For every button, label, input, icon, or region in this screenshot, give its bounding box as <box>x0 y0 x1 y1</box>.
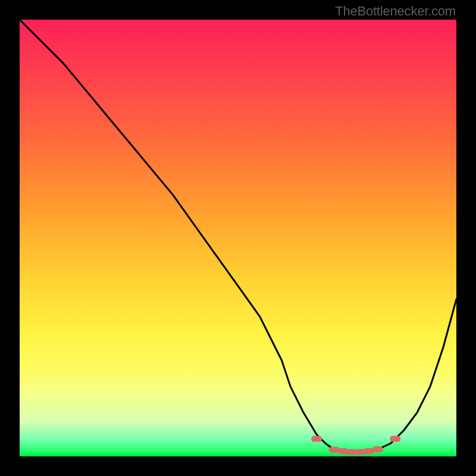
marker-dot <box>372 446 383 452</box>
marker-dot <box>329 447 340 453</box>
marker-dot <box>311 436 322 442</box>
marker-dot <box>390 436 400 442</box>
marker-dot <box>337 448 348 454</box>
bottleneck-curve <box>20 20 456 453</box>
bottom-cluster-markers <box>311 436 400 455</box>
curve-layer <box>20 20 456 456</box>
chart-frame: TheBottlenecker.com <box>0 0 476 476</box>
marker-dot <box>355 449 366 455</box>
marker-dot <box>346 449 357 455</box>
attribution-label: TheBottlenecker.com <box>335 4 456 19</box>
plot-area <box>20 20 456 456</box>
marker-dot <box>364 448 374 454</box>
